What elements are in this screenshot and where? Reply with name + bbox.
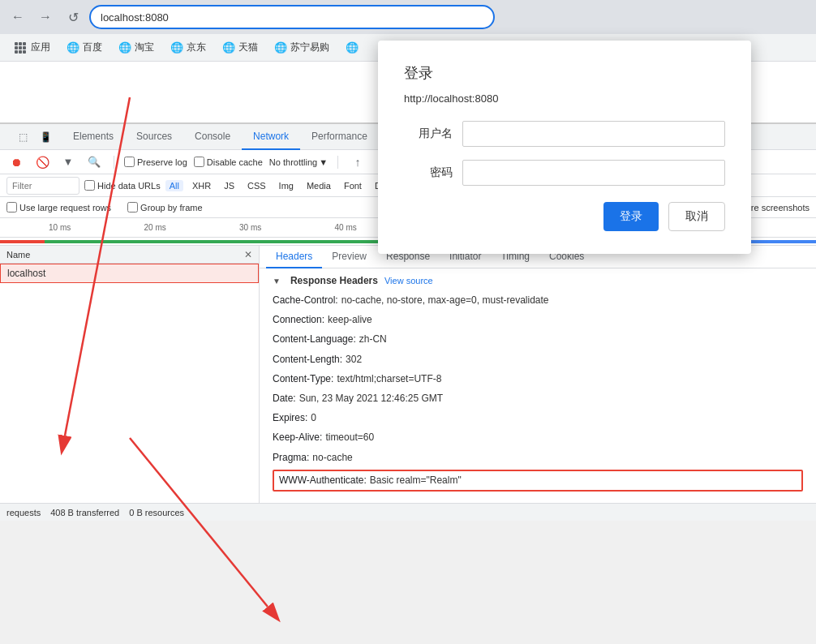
more-icon: 🌐 bbox=[346, 41, 359, 54]
bookmark-tianmao-label: 天猫 bbox=[238, 41, 258, 54]
password-label: 密码 bbox=[404, 165, 453, 180]
bookmark-suning[interactable]: 🌐 苏宁易购 bbox=[268, 37, 336, 58]
timeline-label-0 bbox=[6, 223, 47, 232]
disable-cache-label[interactable]: Disable cache bbox=[194, 157, 263, 167]
triangle-icon: ▼ bbox=[273, 277, 281, 286]
main-content: Name ✕ localhost Headers Preview Respons… bbox=[0, 246, 816, 503]
timeline-label-3: 30 ms bbox=[238, 223, 333, 232]
upload-icon[interactable]: ↑ bbox=[348, 152, 367, 172]
tianmao-icon: 🌐 bbox=[222, 41, 235, 54]
bookmark-apps-label: 应用 bbox=[31, 41, 50, 54]
response-headers-section: ▼ Response Headers View source Cache-Con… bbox=[260, 268, 816, 502]
headers-section-title: ▼ Response Headers View source bbox=[273, 275, 803, 286]
tab-sources[interactable]: Sources bbox=[125, 124, 183, 150]
large-rows-label[interactable]: Use large request rows bbox=[6, 202, 111, 213]
filter-all[interactable]: All bbox=[165, 180, 183, 191]
address-bar[interactable]: localhost:8080 bbox=[89, 5, 495, 29]
password-input[interactable] bbox=[462, 160, 725, 186]
request-item-localhost[interactable]: localhost bbox=[0, 264, 259, 283]
timeline-red-bar bbox=[0, 240, 45, 243]
filter-button[interactable]: ▼ bbox=[58, 152, 78, 172]
device-icon[interactable]: 📱 bbox=[36, 127, 55, 147]
preserve-log-label[interactable]: Preserve log bbox=[124, 157, 187, 167]
bookmark-taobao-label: 淘宝 bbox=[135, 41, 154, 54]
filter-media[interactable]: Media bbox=[303, 180, 335, 191]
globe-icon: 🌐 bbox=[67, 41, 79, 54]
header-row-connection: Connection: keep-alive bbox=[273, 312, 803, 328]
forward-button[interactable]: → bbox=[34, 6, 57, 28]
request-list: Name ✕ localhost bbox=[0, 246, 260, 503]
tab-elements[interactable]: Elements bbox=[62, 124, 125, 150]
suning-icon: 🌐 bbox=[274, 41, 287, 54]
timeline-label-2: 20 ms bbox=[143, 223, 238, 232]
detail-tab-preview[interactable]: Preview bbox=[322, 246, 376, 268]
clear-button[interactable]: 🚫 bbox=[32, 152, 52, 172]
header-row-expires: Expires: 0 bbox=[273, 410, 803, 426]
tab-performance[interactable]: Performance bbox=[300, 124, 379, 150]
bookmark-baidu-label: 百度 bbox=[83, 41, 102, 54]
group-by-frame-checkbox[interactable] bbox=[127, 202, 138, 213]
taobao-icon: 🌐 bbox=[118, 41, 131, 54]
username-label: 用户名 bbox=[404, 127, 453, 141]
resources-size: 0 B resources bbox=[129, 508, 184, 517]
header-row-date: Date: Sun, 23 May 2021 12:46:25 GMT bbox=[273, 391, 803, 406]
search-button[interactable]: 🔍 bbox=[84, 152, 104, 172]
modal-actions: 登录 取消 bbox=[404, 202, 725, 231]
bookmark-taobao[interactable]: 🌐 淘宝 bbox=[112, 37, 161, 58]
devtools-icons: ⬚ 📱 bbox=[6, 127, 62, 147]
login-modal: 登录 http://localhost:8080 用户名 密码 登录 取消 bbox=[378, 41, 751, 254]
reload-button[interactable]: ↺ bbox=[62, 6, 84, 28]
bookmark-more[interactable]: 🌐 bbox=[339, 38, 365, 57]
throttle-dropdown[interactable]: No throttling ▼ bbox=[269, 157, 328, 167]
filter-input[interactable] bbox=[6, 177, 79, 195]
hide-data-urls-label[interactable]: Hide data URLs bbox=[84, 180, 161, 191]
close-panel-button[interactable]: ✕ bbox=[244, 249, 252, 260]
timeline-label-1: 10 ms bbox=[47, 223, 143, 232]
nav-bar: ← → ↺ localhost:8080 bbox=[0, 0, 816, 34]
tab-console[interactable]: Console bbox=[183, 124, 242, 150]
toolbar-divider1 bbox=[114, 156, 114, 169]
filter-font[interactable]: Font bbox=[340, 180, 366, 191]
login-url: http://localhost:8080 bbox=[404, 92, 725, 105]
bookmark-apps[interactable]: 应用 bbox=[6, 37, 57, 58]
filter-xhr[interactable]: XHR bbox=[188, 180, 215, 191]
transferred-size: 408 B transferred bbox=[50, 508, 119, 517]
filter-css[interactable]: CSS bbox=[243, 180, 270, 191]
login-button[interactable]: 登录 bbox=[603, 202, 659, 231]
preserve-log-checkbox[interactable] bbox=[124, 157, 135, 167]
bookmark-jd[interactable]: 🌐 京东 bbox=[164, 37, 213, 58]
header-row-keep-alive: Keep-Alive: timeout=60 bbox=[273, 430, 803, 445]
group-by-frame-label[interactable]: Group by frame bbox=[127, 202, 202, 213]
url-text: localhost:8080 bbox=[101, 11, 169, 24]
bookmark-jd-label: 京东 bbox=[187, 41, 206, 54]
header-row-pragma: Pragma: no-cache bbox=[273, 450, 803, 466]
disable-cache-checkbox[interactable] bbox=[194, 157, 204, 167]
request-list-header: Name ✕ bbox=[0, 246, 259, 264]
bookmark-tianmao[interactable]: 🌐 天猫 bbox=[216, 37, 264, 58]
requests-count: requests bbox=[6, 508, 41, 517]
hide-data-urls-checkbox[interactable] bbox=[84, 180, 95, 191]
inspect-icon[interactable]: ⬚ bbox=[13, 127, 32, 147]
header-row-content-language: Content-Language: zh-CN bbox=[273, 332, 803, 347]
detail-tab-headers[interactable]: Headers bbox=[266, 246, 322, 268]
header-row-content-type: Content-Type: text/html;charset=UTF-8 bbox=[273, 371, 803, 387]
throttle-chevron: ▼ bbox=[319, 157, 328, 167]
tab-network[interactable]: Network bbox=[242, 124, 300, 150]
header-row-content-length: Content-Length: 302 bbox=[273, 352, 803, 367]
modal-title: 登录 bbox=[404, 63, 725, 83]
status-bar: requests 408 B transferred 0 B resources bbox=[0, 503, 816, 521]
filter-js[interactable]: JS bbox=[220, 180, 238, 191]
large-rows-checkbox[interactable] bbox=[6, 202, 17, 213]
header-row-www-authenticate: WWW-Authenticate: Basic realm="Realm" bbox=[273, 470, 803, 492]
bookmark-suning-label: 苏宁易购 bbox=[290, 41, 329, 54]
apps-icon bbox=[13, 41, 28, 55]
view-source-link[interactable]: View source bbox=[384, 276, 433, 286]
cancel-button[interactable]: 取消 bbox=[668, 202, 725, 231]
bookmark-baidu[interactable]: 🌐 百度 bbox=[60, 37, 109, 58]
username-row: 用户名 bbox=[404, 121, 725, 147]
toolbar-divider2 bbox=[337, 156, 338, 169]
record-button[interactable]: ⏺ bbox=[6, 152, 26, 172]
filter-img[interactable]: Img bbox=[275, 180, 298, 191]
back-button[interactable]: ← bbox=[6, 6, 29, 28]
username-input[interactable] bbox=[462, 121, 725, 147]
